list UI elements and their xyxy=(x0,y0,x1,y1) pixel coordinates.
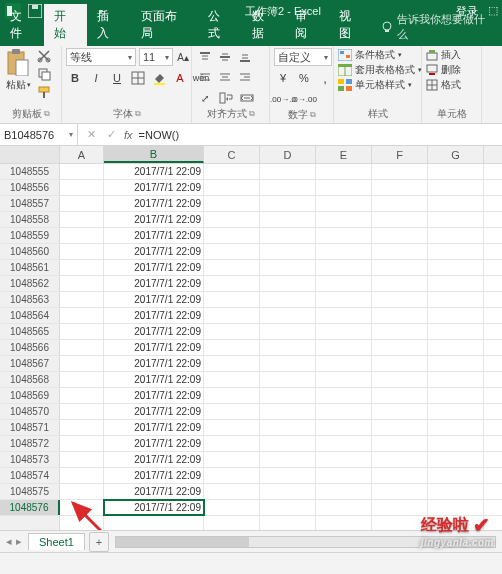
row-header[interactable]: 1048564 xyxy=(0,308,60,323)
cell[interactable] xyxy=(428,324,484,339)
cell[interactable] xyxy=(428,452,484,467)
cell[interactable] xyxy=(316,500,372,515)
cell[interactable] xyxy=(428,244,484,259)
cell[interactable]: 2017/7/1 22:09 xyxy=(104,276,204,291)
cell[interactable] xyxy=(372,372,428,387)
cell[interactable] xyxy=(204,484,260,499)
cell[interactable]: 2017/7/1 22:09 xyxy=(104,228,204,243)
row-header[interactable]: 1048556 xyxy=(0,180,60,195)
cell[interactable] xyxy=(204,180,260,195)
cell[interactable] xyxy=(60,372,104,387)
cell[interactable] xyxy=(204,468,260,483)
cell[interactable] xyxy=(260,340,316,355)
cell[interactable] xyxy=(428,260,484,275)
cell[interactable] xyxy=(260,500,316,515)
sheet-tab-sheet1[interactable]: Sheet1 xyxy=(28,533,85,550)
cell[interactable] xyxy=(260,164,316,179)
cell[interactable] xyxy=(60,500,104,515)
cell[interactable]: 2017/7/1 22:09 xyxy=(104,260,204,275)
cell[interactable] xyxy=(316,164,372,179)
cancel-formula-icon[interactable]: ✕ xyxy=(84,126,98,144)
cell[interactable] xyxy=(372,276,428,291)
bold-button[interactable]: B xyxy=(66,69,84,87)
row-header[interactable]: 1048569 xyxy=(0,388,60,403)
tab-insert[interactable]: 插入 xyxy=(87,4,131,46)
select-all-corner[interactable] xyxy=(0,146,60,163)
comma-icon[interactable]: , xyxy=(316,69,334,87)
cell[interactable] xyxy=(204,420,260,435)
cell[interactable] xyxy=(428,292,484,307)
cell[interactable] xyxy=(260,276,316,291)
fx-icon[interactable]: fx xyxy=(124,129,133,141)
row-header[interactable]: 1048573 xyxy=(0,452,60,467)
cell[interactable] xyxy=(260,436,316,451)
cell[interactable] xyxy=(260,180,316,195)
cell[interactable] xyxy=(372,452,428,467)
align-middle-icon[interactable] xyxy=(216,48,234,66)
row-header[interactable]: 1048558 xyxy=(0,212,60,227)
tab-home[interactable]: 开始 xyxy=(44,4,88,46)
number-format-combo[interactable]: 自定义▾ xyxy=(274,48,332,66)
cell[interactable] xyxy=(260,292,316,307)
cell[interactable] xyxy=(60,212,104,227)
row-header[interactable]: 1048567 xyxy=(0,356,60,371)
cell[interactable]: 2017/7/1 22:09 xyxy=(104,452,204,467)
align-dialog-icon[interactable]: ⧉ xyxy=(249,109,255,119)
cell[interactable] xyxy=(60,164,104,179)
cell[interactable] xyxy=(260,404,316,419)
cell[interactable] xyxy=(204,500,260,515)
font-color-button[interactable]: A xyxy=(171,69,189,87)
cell[interactable]: 2017/7/1 22:09 xyxy=(104,164,204,179)
cell[interactable] xyxy=(204,404,260,419)
col-header-e[interactable]: E xyxy=(316,146,372,163)
align-right-icon[interactable] xyxy=(236,68,254,86)
cell[interactable]: 2017/7/1 22:09 xyxy=(104,340,204,355)
cell[interactable] xyxy=(260,260,316,275)
cell[interactable] xyxy=(60,308,104,323)
format-painter-icon[interactable] xyxy=(36,84,52,100)
cell[interactable] xyxy=(204,388,260,403)
font-name-combo[interactable]: 等线▾ xyxy=(66,48,136,66)
cell[interactable] xyxy=(372,388,428,403)
cell[interactable] xyxy=(372,228,428,243)
cell[interactable] xyxy=(60,468,104,483)
underline-button[interactable]: U xyxy=(108,69,126,87)
table-format-button[interactable]: 套用表格格式▾ xyxy=(338,63,422,77)
orientation-icon[interactable]: ⤢ xyxy=(196,89,214,107)
cell[interactable] xyxy=(204,452,260,467)
increase-font-icon[interactable]: A▴ xyxy=(176,48,190,66)
col-header-a[interactable]: A xyxy=(60,146,104,163)
cell[interactable] xyxy=(204,436,260,451)
cell[interactable]: 2017/7/1 22:09 xyxy=(104,468,204,483)
cell[interactable]: 2017/7/1 22:09 xyxy=(104,484,204,499)
cell[interactable] xyxy=(428,340,484,355)
cell[interactable] xyxy=(204,340,260,355)
cell-styles-button[interactable]: 单元格样式▾ xyxy=(338,78,412,92)
cell[interactable] xyxy=(316,196,372,211)
cell[interactable] xyxy=(372,324,428,339)
name-box[interactable]: B1048576▾ xyxy=(0,124,78,145)
tell-me-search[interactable]: 告诉我你想要做什么 xyxy=(373,8,502,46)
cell[interactable] xyxy=(316,356,372,371)
cell[interactable] xyxy=(372,196,428,211)
col-header-b[interactable]: B xyxy=(104,146,204,163)
tab-data[interactable]: 数据 xyxy=(242,4,286,46)
cell[interactable] xyxy=(60,292,104,307)
row-header[interactable]: 1048574 xyxy=(0,468,60,483)
number-dialog-icon[interactable]: ⧉ xyxy=(310,110,316,120)
cell[interactable] xyxy=(204,196,260,211)
cell[interactable] xyxy=(372,212,428,227)
cell[interactable] xyxy=(260,228,316,243)
cell[interactable] xyxy=(60,340,104,355)
cell[interactable]: 2017/7/1 22:09 xyxy=(104,372,204,387)
cell[interactable] xyxy=(316,484,372,499)
conditional-format-button[interactable]: 条件格式▾ xyxy=(338,48,402,62)
cell[interactable] xyxy=(260,356,316,371)
cell[interactable] xyxy=(428,308,484,323)
cell[interactable] xyxy=(372,308,428,323)
row-header[interactable]: 1048572 xyxy=(0,436,60,451)
sheet-nav-next-icon[interactable]: ▸ xyxy=(16,535,22,548)
cell[interactable] xyxy=(316,260,372,275)
cell[interactable] xyxy=(260,308,316,323)
cell[interactable] xyxy=(372,164,428,179)
